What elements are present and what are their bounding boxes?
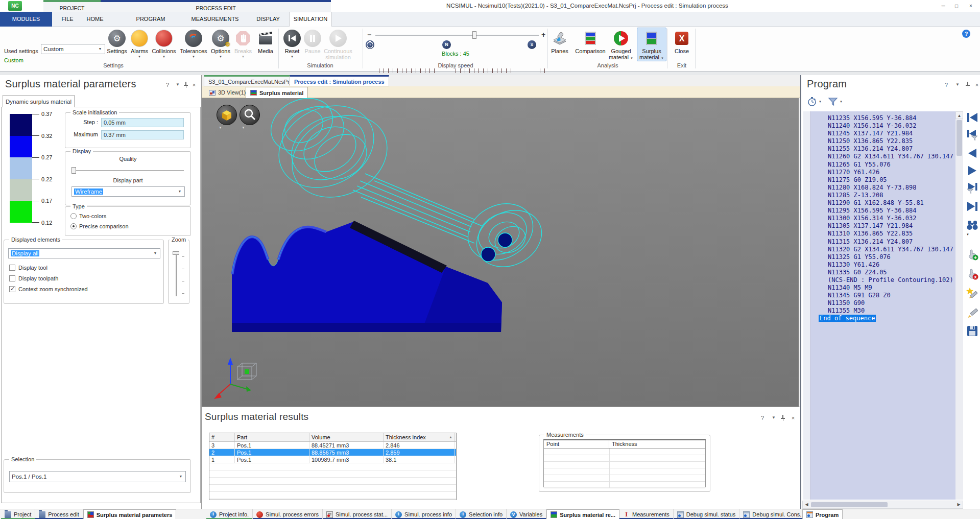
- statusbar-tab[interactable]: Surplus material re...: [546, 509, 619, 519]
- statusbar-tab[interactable]: Project: [1, 509, 35, 519]
- statusbar-tab[interactable]: Simul. process errors: [253, 509, 323, 519]
- gcode-vertical-scrollbar[interactable]: ▲: [955, 111, 963, 500]
- upper-tab-project[interactable]: PROJECT: [43, 0, 101, 12]
- alarms-button[interactable]: Alarms ▼: [126, 30, 153, 58]
- 3d-viewport[interactable]: ▼ ▼: [202, 98, 799, 407]
- close-panel-icon[interactable]: ×: [789, 414, 797, 421]
- speed-slider-handle[interactable]: [472, 31, 476, 39]
- chevron-down-icon[interactable]: ▼: [219, 126, 222, 129]
- column-header[interactable]: Volume: [309, 433, 384, 441]
- statusbar-tab[interactable]: Surplus material parameters: [83, 509, 177, 519]
- scroll-up-icon[interactable]: ▲: [955, 111, 963, 119]
- quality-slider-handle[interactable]: [71, 167, 76, 174]
- statusbar-tab[interactable]: Selection info: [456, 509, 507, 519]
- gcode-line[interactable]: N11345 G91 G28 Z0: [810, 292, 955, 299]
- close-panel-icon[interactable]: ×: [190, 81, 198, 88]
- help-icon[interactable]: ?: [942, 81, 950, 88]
- help-icon[interactable]: ?: [758, 414, 767, 421]
- media-button[interactable]: Media: [252, 30, 279, 54]
- zoom-slider-handle[interactable]: [173, 251, 179, 255]
- speed-n-icon[interactable]: N: [442, 40, 451, 49]
- statusbar-tab[interactable]: Project info.: [206, 509, 253, 519]
- gcode-line[interactable]: N11280 X168.824 Y-73.898: [810, 184, 955, 192]
- zoom-tool-button[interactable]: [240, 105, 260, 125]
- table-row[interactable]: 2Pos.188.85675 mm32.859: [209, 449, 456, 456]
- go-to-start-button[interactable]: [966, 111, 978, 124]
- planes-button[interactable]: Planes: [546, 30, 573, 54]
- viewcube-button[interactable]: [217, 105, 237, 125]
- scroll-left-icon[interactable]: ◀: [803, 501, 810, 508]
- statusbar-tab[interactable]: Simul. process stat...: [323, 509, 392, 519]
- surplus-material-button[interactable]: Surplusmaterial ▼: [638, 30, 665, 61]
- clock-speed-icon[interactable]: [366, 40, 374, 49]
- maximum-field[interactable]: 0.37 mm: [101, 130, 184, 139]
- chevron-down-icon[interactable]: ▼: [174, 81, 182, 88]
- edit-button[interactable]: [966, 306, 978, 319]
- gcode-line[interactable]: N11320 G2 X134.611 Y34.767 I30.147 J: [810, 246, 955, 253]
- back-to-filter-button[interactable]: [966, 129, 978, 141]
- chevron-down-icon[interactable]: ▼: [770, 414, 778, 421]
- save-button[interactable]: [966, 325, 978, 337]
- chevron-down-icon[interactable]: ▼: [966, 233, 978, 237]
- used-settings-dropdown[interactable]: Custom ▼: [41, 44, 105, 54]
- collisions-button[interactable]: Collisions ▼: [150, 30, 178, 58]
- gcode-line[interactable]: N11250 X136.865 Y22.835: [810, 137, 955, 145]
- gcode-line[interactable]: N11330 Y61.426: [810, 261, 955, 269]
- search-button[interactable]: [966, 220, 978, 232]
- comparison-button[interactable]: Comparison: [573, 30, 608, 54]
- edit-favorite-button[interactable]: [966, 287, 978, 299]
- program-horizontal-scrollbar[interactable]: ◀ ▶: [802, 501, 963, 509]
- pin-icon[interactable]: [779, 414, 787, 421]
- gcode-line[interactable]: N11245 X137.147 Y21.984: [810, 130, 955, 137]
- gcode-line[interactable]: N11295 X156.595 Y-36.884: [810, 207, 955, 215]
- go-to-end-button[interactable]: [966, 200, 978, 213]
- add-selection-button[interactable]: +: [966, 248, 978, 261]
- column-header[interactable]: Thickness index▲: [384, 433, 455, 441]
- gcode-listing[interactable]: N11235 X156.595 Y-36.884N11240 X156.314 …: [810, 111, 955, 500]
- checkbox-option[interactable]: Display tool: [9, 265, 160, 271]
- view-tab-surplus-material[interactable]: Surplus material: [246, 87, 308, 98]
- statusbar-tab[interactable]: Variables: [507, 509, 546, 519]
- gouged-material-button[interactable]: Gougedmaterial ▼: [606, 30, 636, 61]
- radio-option[interactable]: Two-colors: [70, 213, 187, 219]
- column-header[interactable]: Point: [544, 440, 609, 448]
- checkbox-option[interactable]: Context zoom synchronized: [9, 286, 160, 292]
- doc-tab-process-edit[interactable]: Process edit : Simulation process: [290, 75, 389, 86]
- statusbar-tab[interactable]: Debug simul. status: [674, 509, 740, 519]
- gcode-line[interactable]: N11340 M5 M9: [810, 284, 955, 292]
- column-header[interactable]: Part: [235, 433, 309, 441]
- gcode-line[interactable]: N11315 X136.214 Y24.807: [810, 238, 955, 246]
- statusbar-tab[interactable]: Process edit: [35, 509, 83, 519]
- gcode-line[interactable]: N11335 G0 Z24.05: [810, 269, 955, 276]
- speed-plus[interactable]: +: [541, 31, 545, 39]
- quality-slider-track[interactable]: [74, 170, 184, 171]
- remove-selection-button[interactable]: x: [966, 268, 978, 280]
- filter-button[interactable]: ▼: [828, 97, 843, 106]
- gcode-line[interactable]: N11255 X136.214 Y24.807: [810, 145, 955, 153]
- gcode-line[interactable]: N11265 G1 Y55.076: [810, 161, 955, 169]
- upper-tab-process-edit[interactable]: PROCESS EDIT: [101, 0, 331, 12]
- close-simulation-button[interactable]: X Close: [668, 30, 696, 54]
- table-row[interactable]: 3Pos.188.45271 mm32.846: [209, 442, 456, 449]
- tab-file[interactable]: FILE: [55, 12, 80, 27]
- gcode-line[interactable]: N11235 X156.595 Y-36.884: [810, 114, 955, 122]
- help-icon[interactable]: ?: [163, 81, 172, 88]
- step-back-button[interactable]: [966, 147, 978, 159]
- end-of-sequence-line[interactable]: End of sequence: [810, 315, 955, 322]
- statusbar-tab[interactable]: Measurements: [619, 509, 674, 519]
- statusbar-tab[interactable]: Debug simul. Cons...: [739, 509, 808, 519]
- selection-dropdown[interactable]: Pos.1 / Pos.1 ▼: [9, 471, 186, 482]
- time-filter-button[interactable]: ▼: [807, 97, 822, 106]
- maximize-button[interactable]: □: [951, 2, 962, 10]
- scroll-right-icon[interactable]: ▶: [955, 501, 963, 508]
- step-field[interactable]: 0.05 mm: [101, 118, 184, 127]
- tab-display[interactable]: DISPLAY: [250, 12, 286, 27]
- column-header[interactable]: #: [209, 433, 235, 441]
- gcode-line[interactable]: N11240 X156.314 Y-36.032: [810, 122, 955, 130]
- chevron-down-icon[interactable]: ▼: [242, 126, 245, 129]
- checkbox-option[interactable]: Display toolpath: [9, 275, 160, 281]
- gcode-line[interactable]: N11260 G2 X134.611 Y34.767 I30.147 J: [810, 153, 955, 160]
- gcode-line[interactable]: N11305 X137.147 Y21.984: [810, 222, 955, 230]
- results-table-header[interactable]: # Part Volume Thickness index▲: [209, 433, 456, 442]
- gcode-line[interactable]: N11355 M30: [810, 307, 955, 315]
